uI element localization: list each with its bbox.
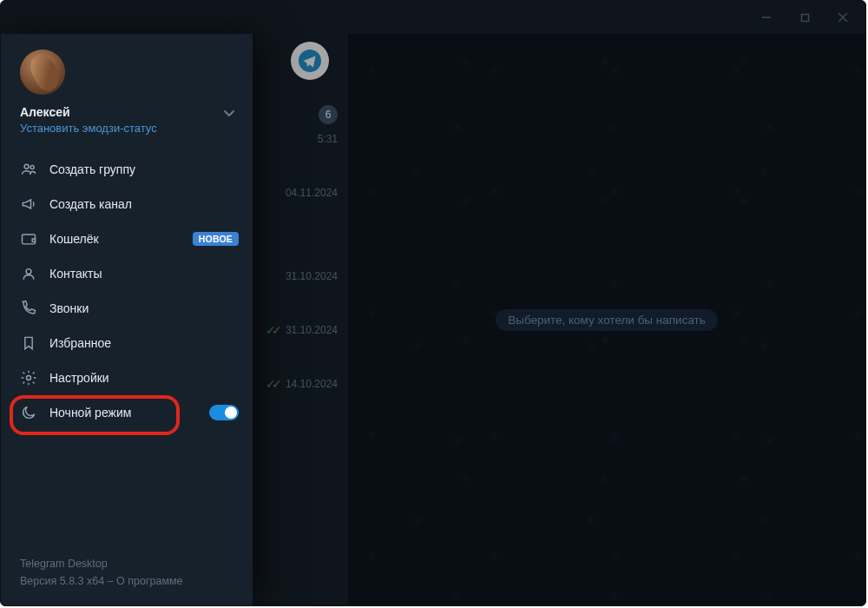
chat-date: 31.10.2024 xyxy=(286,324,338,336)
new-badge: НОВОЕ xyxy=(193,232,239,246)
gear-icon xyxy=(20,369,49,387)
svg-rect-1 xyxy=(801,14,808,21)
window: 6 чтобы получит... 5:31 gram Premium б..… xyxy=(0,0,866,606)
main-area: Выберите, кому хотели бы написать xyxy=(348,34,865,605)
phone-icon xyxy=(20,300,49,317)
svg-point-8 xyxy=(26,269,31,274)
content: 6 чтобы получит... 5:31 gram Premium б..… xyxy=(1,34,865,605)
menu-calls[interactable]: Звонки xyxy=(1,291,253,326)
app-name: Telegram Desktop xyxy=(20,555,233,572)
night-mode-toggle[interactable] xyxy=(209,405,239,420)
menu-label: Кошелёк xyxy=(49,232,193,246)
menu-label: Контакты xyxy=(49,267,239,281)
svg-point-5 xyxy=(24,164,29,169)
menu-header: Алексей Установить эмодзи-статус xyxy=(1,34,253,143)
menu-label: Создать канал xyxy=(49,197,239,211)
menu-settings[interactable]: Настройки xyxy=(1,360,253,395)
menu-label: Создать группу xyxy=(49,162,239,176)
expand-accounts-button[interactable] xyxy=(218,102,240,124)
svg-point-6 xyxy=(30,165,34,169)
svg-point-9 xyxy=(27,376,31,380)
minimize-button[interactable] xyxy=(747,4,786,30)
megaphone-icon xyxy=(20,195,49,213)
menu-new-group[interactable]: Создать группу xyxy=(1,152,253,187)
menu-label: Ночной режим xyxy=(49,406,209,420)
menu-label: Избранное xyxy=(49,336,239,350)
maximize-button[interactable] xyxy=(786,4,824,30)
user-name: Алексей xyxy=(20,105,237,119)
about-link[interactable]: О программе xyxy=(116,575,182,587)
menu-new-channel[interactable]: Создать канал xyxy=(1,187,253,221)
menu-list: Создать группу Создать канал Кошелёк НОВ… xyxy=(1,143,253,433)
read-checks-icon: ✓✓ xyxy=(266,323,278,337)
menu-night-mode[interactable]: Ночной режим xyxy=(1,395,253,430)
menu-wallet[interactable]: Кошелёк НОВОЕ xyxy=(1,221,253,256)
menu-label: Звонки xyxy=(49,301,239,315)
read-checks-icon: ✓✓ xyxy=(266,377,278,391)
unread-badge: 6 xyxy=(319,105,338,124)
titlebar xyxy=(1,1,865,34)
bookmark-icon xyxy=(20,334,49,352)
group-icon xyxy=(20,161,49,178)
close-button[interactable] xyxy=(824,4,862,30)
chat-date: 04.11.2024 xyxy=(286,187,338,199)
moon-icon xyxy=(20,404,49,421)
side-menu: Алексей Установить эмодзи-статус Создать… xyxy=(1,34,253,605)
contacts-icon xyxy=(20,265,49,282)
wallet-icon xyxy=(20,230,49,248)
menu-label: Настройки xyxy=(49,371,239,385)
chat-date: 14.10.2024 xyxy=(286,378,338,390)
menu-contacts[interactable]: Контакты xyxy=(1,256,253,291)
telegram-icon xyxy=(291,42,329,80)
menu-saved[interactable]: Избранное xyxy=(1,326,253,360)
chat-time: 5:31 xyxy=(318,133,338,145)
chat-date: 31.10.2024 xyxy=(286,270,338,282)
app-version: Версия 5.8.3 x64 xyxy=(20,575,104,587)
user-avatar[interactable] xyxy=(20,50,65,95)
set-emoji-status[interactable]: Установить эмодзи-статус xyxy=(20,122,237,135)
empty-hint: Выберите, кому хотели бы написать xyxy=(496,309,718,331)
menu-footer: Telegram Desktop Версия 5.8.3 x64 – О пр… xyxy=(1,555,253,605)
